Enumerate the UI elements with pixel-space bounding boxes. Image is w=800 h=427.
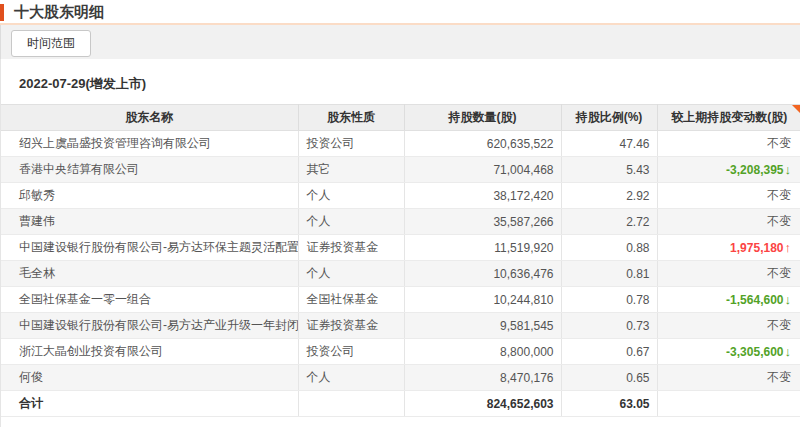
table-row[interactable]: 毛全林 个人 10,636,476 0.81 不变 bbox=[1, 261, 800, 287]
share-change bbox=[657, 391, 800, 417]
table-row[interactable]: 全国社保基金一零一组合 全国社保基金 10,244,810 0.78 -1,56… bbox=[1, 287, 800, 313]
shareholders-table: 股东名称 股东性质 持股数量(股) 持股比例(%) 较上期持股变动数(股) 绍兴… bbox=[1, 104, 800, 417]
shareholder-name: 香港中央结算有限公司 bbox=[1, 157, 298, 183]
share-change: -1,564,600↓ bbox=[657, 287, 800, 313]
change-value: 不变 bbox=[767, 188, 791, 202]
shareholder-nature bbox=[298, 391, 404, 417]
share-change: 不变 bbox=[657, 261, 800, 287]
table-row[interactable]: 中国建设银行股份有限公司-易方达产业升级一年封闭运... 证券投资基金 9,58… bbox=[1, 313, 800, 339]
content-area: 2022-07-29(增发上市) 股东名称 股东性质 持股数量(股) 持股比例(… bbox=[0, 59, 800, 427]
shareholder-name: 浙江大晶创业投资有限公司 bbox=[1, 339, 298, 365]
col-header-shareholder-name[interactable]: 股东名称 bbox=[1, 105, 298, 131]
shareholder-name: 全国社保基金一零一组合 bbox=[1, 287, 298, 313]
col-header-shares-held[interactable]: 持股数量(股) bbox=[404, 105, 561, 131]
next-period-heading: 2022-06-30(中报) bbox=[1, 417, 800, 427]
col-header-share-ratio[interactable]: 持股比例(%) bbox=[561, 105, 657, 131]
shareholder-nature: 投资公司 bbox=[298, 131, 404, 157]
note-corner-icon[interactable] bbox=[792, 105, 800, 114]
change-value: 不变 bbox=[767, 318, 791, 332]
shareholder-nature: 其它 bbox=[298, 157, 404, 183]
change-value: 不变 bbox=[767, 214, 791, 228]
table-row[interactable]: 邱敏秀 个人 38,172,420 2.92 不变 bbox=[1, 183, 800, 209]
share-ratio: 0.65 bbox=[561, 365, 657, 391]
table-row[interactable]: 绍兴上虞晶盛投资管理咨询有限公司 投资公司 620,635,522 47.46 … bbox=[1, 131, 800, 157]
shareholder-name: 绍兴上虞晶盛投资管理咨询有限公司 bbox=[1, 131, 298, 157]
share-ratio: 2.72 bbox=[561, 209, 657, 235]
table-header-row: 股东名称 股东性质 持股数量(股) 持股比例(%) 较上期持股变动数(股) bbox=[1, 105, 800, 131]
shares-held: 9,581,545 bbox=[404, 313, 561, 339]
share-change: -3,208,395↓ bbox=[657, 157, 800, 183]
share-change: 不变 bbox=[657, 313, 800, 339]
shareholder-nature: 证券投资基金 bbox=[298, 313, 404, 339]
table-row[interactable]: 何俊 个人 8,470,176 0.65 不变 bbox=[1, 365, 800, 391]
shareholder-nature: 全国社保基金 bbox=[298, 287, 404, 313]
table-row[interactable]: 浙江大晶创业投资有限公司 投资公司 8,800,000 0.67 -3,305,… bbox=[1, 339, 800, 365]
change-value: -3,305,600 bbox=[726, 345, 783, 359]
share-change: 不变 bbox=[657, 183, 800, 209]
shareholder-nature: 个人 bbox=[298, 183, 404, 209]
col-header-share-change[interactable]: 较上期持股变动数(股) bbox=[657, 105, 800, 131]
shares-held: 8,800,000 bbox=[404, 339, 561, 365]
down-arrow-icon: ↓ bbox=[785, 292, 792, 307]
shareholder-nature: 个人 bbox=[298, 209, 404, 235]
change-value: 不变 bbox=[767, 266, 791, 280]
share-change: 1,975,180↑ bbox=[657, 235, 800, 261]
share-ratio: 0.78 bbox=[561, 287, 657, 313]
period-heading: 2022-07-29(增发上市) bbox=[1, 59, 800, 104]
share-change: -3,305,600↓ bbox=[657, 339, 800, 365]
shareholder-name: 何俊 bbox=[1, 365, 298, 391]
shares-held: 8,470,176 bbox=[404, 365, 561, 391]
share-change: 不变 bbox=[657, 365, 800, 391]
change-value: 1,975,180 bbox=[730, 241, 783, 255]
shareholder-nature: 个人 bbox=[298, 261, 404, 287]
shares-held: 824,652,603 bbox=[404, 391, 561, 417]
share-ratio: 0.67 bbox=[561, 339, 657, 365]
down-arrow-icon: ↓ bbox=[785, 162, 792, 177]
shareholder-name: 毛全林 bbox=[1, 261, 298, 287]
col-header-share-change-label: 较上期持股变动数(股) bbox=[671, 110, 787, 124]
table-row[interactable]: 曹建伟 个人 35,587,266 2.72 不变 bbox=[1, 209, 800, 235]
shareholder-nature: 投资公司 bbox=[298, 339, 404, 365]
shareholder-name: 合计 bbox=[1, 391, 298, 417]
share-ratio: 0.81 bbox=[561, 261, 657, 287]
change-value: -1,564,600 bbox=[726, 293, 783, 307]
share-change: 不变 bbox=[657, 209, 800, 235]
share-ratio: 63.05 bbox=[561, 391, 657, 417]
title-accent-bar bbox=[0, 4, 4, 21]
shareholder-name: 中国建设银行股份有限公司-易方达产业升级一年封闭运... bbox=[1, 313, 298, 339]
up-arrow-icon: ↑ bbox=[785, 240, 792, 255]
share-change: 不变 bbox=[657, 131, 800, 157]
share-ratio: 47.46 bbox=[561, 131, 657, 157]
down-arrow-icon: ↓ bbox=[785, 344, 792, 359]
shares-held: 35,587,266 bbox=[404, 209, 561, 235]
shares-held: 11,519,920 bbox=[404, 235, 561, 261]
time-range-button[interactable]: 时间范围 bbox=[11, 30, 91, 57]
table-total-row[interactable]: 合计 824,652,603 63.05 bbox=[1, 391, 800, 417]
shareholder-name: 曹建伟 bbox=[1, 209, 298, 235]
shares-held: 10,636,476 bbox=[404, 261, 561, 287]
change-value: 不变 bbox=[767, 136, 791, 150]
table-row[interactable]: 香港中央结算有限公司 其它 71,004,468 5.43 -3,208,395… bbox=[1, 157, 800, 183]
shareholder-nature: 个人 bbox=[298, 365, 404, 391]
toolbar: 时间范围 bbox=[0, 25, 800, 59]
page-title: 十大股东明细 bbox=[14, 3, 104, 22]
shares-held: 71,004,468 bbox=[404, 157, 561, 183]
shareholder-name: 中国建设银行股份有限公司-易方达环保主题灵活配置混... bbox=[1, 235, 298, 261]
change-value: 不变 bbox=[767, 370, 791, 384]
col-header-shareholder-nature[interactable]: 股东性质 bbox=[298, 105, 404, 131]
section-title-bar: 十大股东明细 bbox=[0, 0, 800, 23]
share-ratio: 0.73 bbox=[561, 313, 657, 339]
table-row[interactable]: 中国建设银行股份有限公司-易方达环保主题灵活配置混... 证券投资基金 11,5… bbox=[1, 235, 800, 261]
shareholder-nature: 证券投资基金 bbox=[298, 235, 404, 261]
share-ratio: 5.43 bbox=[561, 157, 657, 183]
shares-held: 38,172,420 bbox=[404, 183, 561, 209]
shares-held: 620,635,522 bbox=[404, 131, 561, 157]
share-ratio: 2.92 bbox=[561, 183, 657, 209]
share-ratio: 0.88 bbox=[561, 235, 657, 261]
shares-held: 10,244,810 bbox=[404, 287, 561, 313]
shareholder-name: 邱敏秀 bbox=[1, 183, 298, 209]
change-value: -3,208,395 bbox=[726, 163, 783, 177]
